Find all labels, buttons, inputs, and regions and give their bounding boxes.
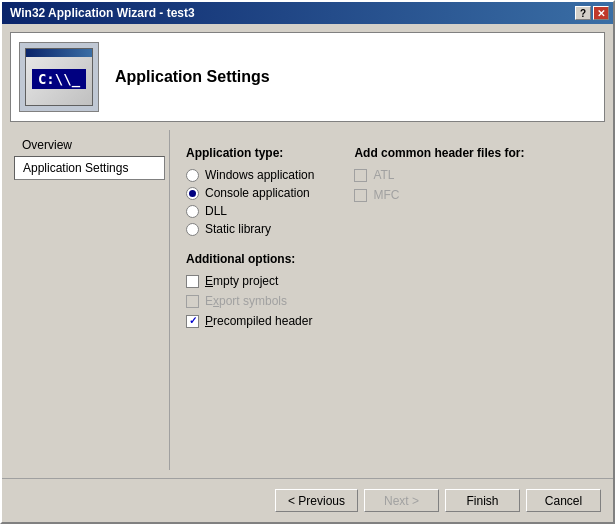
checkbox-empty-project-box [186,275,199,288]
checkbox-mfc-box [354,189,367,202]
radio-windows[interactable]: Windows application [186,168,314,182]
previous-button[interactable]: < Previous [275,489,358,512]
checkbox-atl-label: ATL [373,168,394,182]
footer: < Previous Next > Finish Cancel [2,478,613,522]
panels-row: Application type: Windows application Co… [186,146,589,328]
radio-label-windows: Windows application [205,168,314,182]
close-button[interactable]: ✕ [593,6,609,20]
radio-circle-console [186,187,199,200]
finish-button[interactable]: Finish [445,489,520,512]
radio-static[interactable]: Static library [186,222,314,236]
help-button[interactable]: ? [575,6,591,20]
radio-label-static: Static library [205,222,271,236]
sidebar: Overview Application Settings [10,130,170,470]
additional-options-group: Empty project Export symbols Precompiled… [186,274,314,328]
next-button[interactable]: Next > [364,489,439,512]
window-title: Win32 Application Wizard - test3 [6,6,195,20]
right-column: Add common header files for: ATL MFC [354,146,524,328]
checkbox-export-symbols-label: Export symbols [205,294,287,308]
sidebar-item-overview[interactable]: Overview [14,134,165,156]
radio-label-console: Console application [205,186,310,200]
additional-options-label: Additional options: [186,252,314,266]
common-headers-group: ATL MFC [354,168,524,202]
common-headers-label: Add common header files for: [354,146,524,160]
sidebar-item-app-settings[interactable]: Application Settings [14,156,165,180]
radio-console[interactable]: Console application [186,186,314,200]
title-bar: Win32 Application Wizard - test3 ? ✕ [2,2,613,24]
checkbox-empty-project[interactable]: Empty project [186,274,314,288]
checkbox-mfc: MFC [354,188,524,202]
wizard-window: Win32 Application Wizard - test3 ? ✕ C:\… [0,0,615,524]
header-image-titlebar [26,49,92,57]
radio-label-dll: DLL [205,204,227,218]
content-area: C:\\_ Application Settings Overview Appl… [2,24,613,478]
app-type-radio-group: Windows application Console application … [186,168,314,236]
checkbox-atl-box [354,169,367,182]
radio-circle-windows [186,169,199,182]
checkbox-precompiled-label: Precompiled header [205,314,312,328]
cancel-button[interactable]: Cancel [526,489,601,512]
checkbox-export-symbols-box [186,295,199,308]
checkbox-precompiled-box [186,315,199,328]
middle-section: Overview Application Settings Applicatio… [10,130,605,470]
checkbox-empty-project-label: Empty project [205,274,278,288]
checkbox-mfc-label: MFC [373,188,399,202]
wizard-header: C:\\_ Application Settings [10,32,605,122]
left-column: Application type: Windows application Co… [186,146,314,328]
checkbox-export-symbols: Export symbols [186,294,314,308]
title-bar-buttons: ? ✕ [575,6,609,20]
header-image-inner: C:\\_ [25,48,93,106]
radio-circle-dll [186,205,199,218]
settings-panel: Application type: Windows application Co… [170,130,605,470]
checkbox-precompiled[interactable]: Precompiled header [186,314,314,328]
header-image: C:\\_ [19,42,99,112]
header-image-cmd: C:\\_ [32,69,86,89]
radio-circle-static [186,223,199,236]
radio-dll[interactable]: DLL [186,204,314,218]
header-title: Application Settings [115,68,270,86]
checkbox-atl: ATL [354,168,524,182]
app-type-label: Application type: [186,146,314,160]
